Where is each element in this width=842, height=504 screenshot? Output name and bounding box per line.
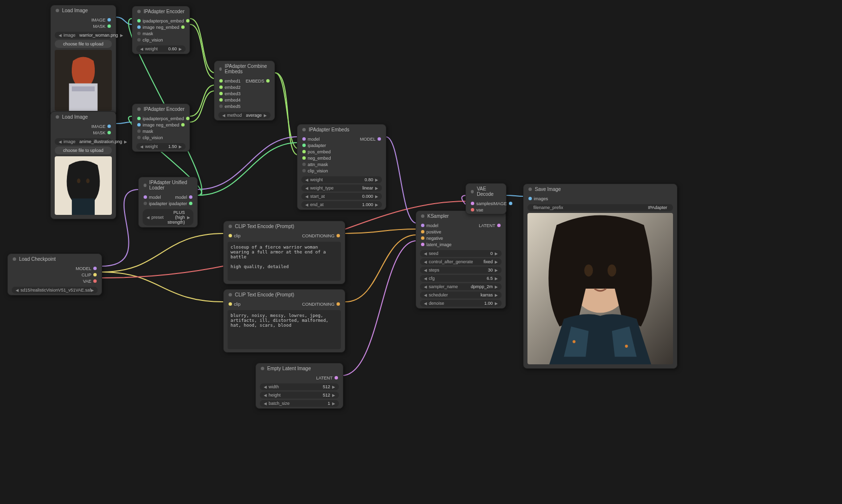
node-title[interactable]: IPAdapter Encoder xyxy=(132,6,189,17)
node-title[interactable]: IPAdapter Combine Embeds xyxy=(214,61,274,77)
node-load-checkpoint[interactable]: Load Checkpoint MODEL CLIP VAE ◀sd15/rea… xyxy=(7,253,102,295)
output-image: IMAGE xyxy=(91,18,105,22)
node-clip-text-encode-negative[interactable]: CLIP Text Encode (Prompt) clipCONDITIONI… xyxy=(223,289,345,353)
widget-preset[interactable]: ◀presetPLUS (high strength)▶ xyxy=(143,209,193,226)
node-save-image[interactable]: Save Image images filename_prefixIPAdapt… xyxy=(523,184,677,369)
svg-rect-8 xyxy=(72,198,95,215)
node-title[interactable]: CLIP Text Encode (Prompt) xyxy=(224,221,345,231)
node-ipadapter-unified-loader[interactable]: IPAdapter Unified Loader modelmodel ipad… xyxy=(138,177,198,228)
widget-sampler-name[interactable]: ◀sampler_namedpmpp_2m▶ xyxy=(420,283,502,290)
svg-point-7 xyxy=(86,179,89,184)
node-ipadapter-encoder-1[interactable]: IPAdapter Encoder ipadapterpos_embed ima… xyxy=(132,6,190,54)
widget-filename-prefix[interactable]: filename_prefixIPAdapter xyxy=(527,204,673,211)
node-ipadapter-embeds[interactable]: IPAdapter Embeds modelMODEL ipadapter po… xyxy=(297,124,386,210)
widget-weight[interactable]: ◀weight1.50▶ xyxy=(136,143,186,150)
widget-method[interactable]: ◀methodaverage▶ xyxy=(218,112,271,119)
node-title[interactable]: Load Image xyxy=(51,112,116,122)
widget-height[interactable]: ◀height512▶ xyxy=(260,392,339,399)
image-preview xyxy=(55,156,112,215)
node-ipadapter-encoder-2[interactable]: IPAdapter Encoder ipadapterpos_embed ima… xyxy=(132,104,190,152)
svg-point-13 xyxy=(572,340,575,343)
widget-end-at[interactable]: ◀end_at1.000▶ xyxy=(301,201,382,208)
textarea-prompt[interactable]: blurry, noisy, messy, lowres, jpeg, arti… xyxy=(228,310,341,349)
widget-image-file[interactable]: ◀imageanime_illustration.png▶ xyxy=(55,138,112,145)
node-ipadapter-combine[interactable]: IPAdapter Combine Embeds embed1EMBEDS em… xyxy=(214,61,275,121)
svg-point-14 xyxy=(625,345,628,348)
button-upload[interactable]: choose file to upload xyxy=(55,147,112,154)
node-title[interactable]: IPAdapter Encoder xyxy=(132,104,189,114)
node-empty-latent-image[interactable]: Empty Latent Image LATENT ◀width512▶ ◀he… xyxy=(255,363,343,409)
svg-point-11 xyxy=(584,264,593,276)
node-title[interactable]: VAE Decode xyxy=(466,184,506,199)
widget-scheduler[interactable]: ◀schedulerkarras▶ xyxy=(420,292,502,298)
widget-seed[interactable]: ◀seed0▶ xyxy=(420,250,502,257)
node-title[interactable]: IPAdapter Unified Loader xyxy=(139,177,197,193)
node-load-image-2[interactable]: Load Image IMAGE MASK ◀imageanime_illust… xyxy=(50,111,116,219)
node-ksampler[interactable]: KSampler modelLATENT positive negative l… xyxy=(416,210,506,309)
node-clip-text-encode-positive[interactable]: CLIP Text Encode (Prompt) clipCONDITIONI… xyxy=(223,221,345,284)
node-load-image-1[interactable]: Load Image IMAGE MASK ◀imagewarrior_woma… xyxy=(50,5,116,115)
image-preview xyxy=(55,50,112,111)
button-upload[interactable]: choose file to upload xyxy=(55,40,112,48)
widget-width[interactable]: ◀width512▶ xyxy=(260,383,339,390)
output-image-preview xyxy=(527,213,673,364)
widget-weight[interactable]: ◀weight0.60▶ xyxy=(136,45,186,52)
node-title[interactable]: Empty Latent Image xyxy=(256,363,343,374)
widget-weight-type[interactable]: ◀weight_typelinear▶ xyxy=(301,185,382,191)
node-title[interactable]: Save Image xyxy=(524,184,677,194)
node-title[interactable]: IPAdapter Embeds xyxy=(297,125,386,135)
widget-ckpt-name[interactable]: ◀sd15/realisticVisionV51_v51VAE.safetens… xyxy=(12,287,98,294)
widget-control-after-generate[interactable]: ◀control_after_generatefixed▶ xyxy=(420,258,502,265)
widget-weight[interactable]: ◀weight0.80▶ xyxy=(301,176,382,183)
node-title[interactable]: Load Checkpoint xyxy=(8,254,102,264)
widget-denoise[interactable]: ◀denoise1.00▶ xyxy=(420,300,502,307)
widget-image-file[interactable]: ◀imagewarrior_woman.png▶ xyxy=(55,32,112,39)
svg-point-6 xyxy=(77,179,81,184)
output-mask: MASK xyxy=(93,24,105,29)
node-vae-decode[interactable]: VAE Decode samplesIMAGE vae xyxy=(465,183,506,214)
output-image: IMAGE xyxy=(91,124,105,129)
output-mask: MASK xyxy=(93,130,105,135)
widget-steps[interactable]: ◀steps30▶ xyxy=(420,267,502,273)
widget-batch-size[interactable]: ◀batch_size1▶ xyxy=(260,400,339,407)
textarea-prompt[interactable]: closeup of a fierce warrior woman wearin… xyxy=(228,242,341,281)
svg-point-12 xyxy=(608,264,616,276)
widget-cfg[interactable]: ◀cfg6.5▶ xyxy=(420,275,502,282)
svg-rect-3 xyxy=(72,86,95,91)
widget-start-at[interactable]: ◀start_at0.000▶ xyxy=(301,193,382,200)
node-title[interactable]: CLIP Text Encode (Prompt) xyxy=(224,290,345,300)
node-title[interactable]: Load Image xyxy=(51,5,116,16)
